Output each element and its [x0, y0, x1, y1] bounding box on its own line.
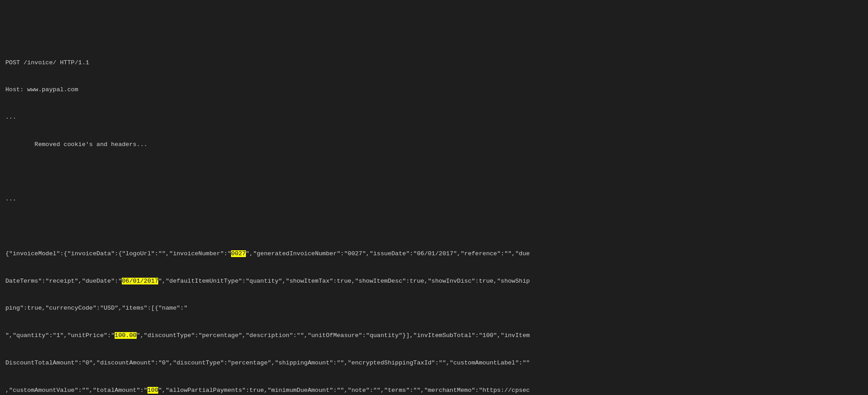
line-11: ","quantity":"1","unitPrice":"100.00","d…: [5, 331, 863, 340]
line-5: [5, 168, 863, 177]
code-block: POST /invoice/ HTTP/1.1 Host: www.paypal…: [5, 40, 863, 395]
line-8: {"invoiceModel":{"invoiceData":{"logoUrl…: [5, 249, 863, 258]
line-13: ,"customAmountValue":"","totalAmount":"1…: [5, 386, 863, 395]
line-4: Removed cookie's and headers...: [5, 140, 863, 149]
line-2: Host: www.paypal.com: [5, 85, 863, 94]
line-9: DateTerms":"receipt","dueDate":"06/01/20…: [5, 277, 863, 286]
line-7: [5, 222, 863, 231]
line-1: POST /invoice/ HTTP/1.1: [5, 58, 863, 67]
line-10: ping":true,"currencyCode":"USD","items":…: [5, 304, 863, 313]
line-3: ...: [5, 113, 863, 122]
line-12: DiscountTotalAmount":"0","discountAmount…: [5, 359, 863, 368]
line-6: ...: [5, 195, 863, 204]
